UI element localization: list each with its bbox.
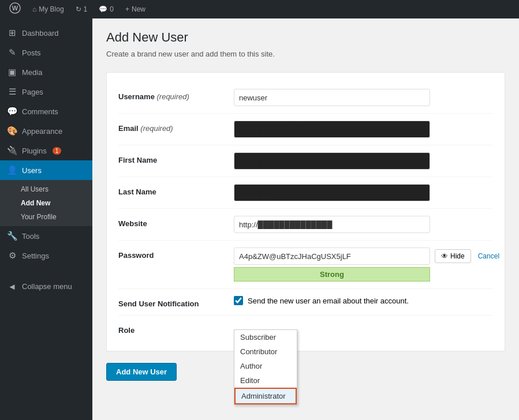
email-input[interactable] xyxy=(234,121,430,138)
role-option-author[interactable]: Author xyxy=(234,359,297,373)
sidebar-item-comments-label: Comments xyxy=(22,107,58,116)
plugins-icon: 🔌 xyxy=(7,145,17,156)
firstname-label: First Name xyxy=(118,152,234,164)
sidebar-item-settings[interactable]: ⚙ Settings xyxy=(0,246,92,265)
pages-icon: ☰ xyxy=(7,87,17,97)
comments-sidebar-icon: 💬 xyxy=(7,106,17,117)
page-title: Add New User xyxy=(106,30,505,45)
notification-row: Send User Notification Send the new user… xyxy=(118,289,493,316)
username-row: Username (required) xyxy=(118,82,493,114)
sidebar-item-users-label: Users xyxy=(22,166,42,175)
email-row: Email (required) xyxy=(118,114,493,145)
settings-icon: ⚙ xyxy=(7,250,17,261)
sidebar-item-posts[interactable]: ✎ Posts xyxy=(0,43,92,62)
lastname-row: Last Name xyxy=(118,177,493,209)
wp-logo[interactable]: W xyxy=(5,2,25,17)
username-label: Username (required) xyxy=(118,89,234,101)
sidebar-sub-add-new[interactable]: Add New xyxy=(0,196,92,210)
hide-password-button[interactable]: 👁 Hide xyxy=(435,249,471,263)
notification-label: Send User Notification xyxy=(118,296,234,308)
collapse-icon: ◄ xyxy=(7,282,17,291)
sidebar-item-tools[interactable]: 🔧 Tools xyxy=(0,226,92,246)
adminbar-comments[interactable]: 💬 0 xyxy=(94,0,118,18)
home-icon: ⌂ xyxy=(32,5,36,13)
adminbar-new-label: New xyxy=(132,5,145,13)
users-submenu: All Users Add New Your Profile xyxy=(0,180,92,226)
notification-checkbox[interactable] xyxy=(234,296,243,305)
appearance-icon: 🎨 xyxy=(7,126,17,136)
comments-icon: 💬 xyxy=(99,5,107,13)
add-new-user-button[interactable]: Add New User xyxy=(106,363,177,381)
plugins-badge: 1 xyxy=(53,147,62,155)
role-dropdown: Subscriber Contributor Author Editor Adm… xyxy=(234,329,297,405)
notification-field-wrapper: Send the new user an email about their a… xyxy=(234,296,493,305)
tools-icon: 🔧 xyxy=(7,231,17,241)
password-row: Password 👁 Hide Cancel Strong xyxy=(118,241,493,289)
sidebar-item-pages-label: Pages xyxy=(22,88,43,96)
sidebar-item-dashboard[interactable]: ⊞ Dashboard xyxy=(0,23,92,43)
sidebar-sub-all-users[interactable]: All Users xyxy=(0,182,92,196)
adminbar-new[interactable]: + New xyxy=(121,0,150,18)
role-label: Role xyxy=(118,322,234,335)
role-option-contributor[interactable]: Contributor xyxy=(234,344,297,359)
sidebar-item-plugins[interactable]: 🔌 Plugins 1 xyxy=(0,141,92,160)
sidebar-item-comments[interactable]: 💬 Comments xyxy=(0,102,92,121)
lastname-input[interactable] xyxy=(234,184,430,201)
cancel-password-button[interactable]: Cancel xyxy=(476,250,502,262)
sidebar-item-pages[interactable]: ☰ Pages xyxy=(0,82,92,102)
sidebar: ⊞ Dashboard ✎ Posts ▣ Media ☰ Pages 💬 Co… xyxy=(0,18,92,420)
updates-icon: ↻ xyxy=(76,5,81,13)
email-label: Email (required) xyxy=(118,121,234,133)
sidebar-item-media[interactable]: ▣ Media xyxy=(0,62,92,82)
password-strength-indicator: Strong xyxy=(234,267,430,282)
dashboard-icon: ⊞ xyxy=(7,28,17,38)
website-input[interactable] xyxy=(234,216,430,233)
sidebar-item-posts-label: Posts xyxy=(22,48,41,57)
sidebar-item-dashboard-label: Dashboard xyxy=(22,29,59,38)
firstname-input[interactable] xyxy=(234,152,430,170)
eye-icon: 👁 xyxy=(441,252,448,260)
sidebar-sub-your-profile[interactable]: Your Profile xyxy=(0,210,92,224)
adminbar-myblog-label: My Blog xyxy=(39,5,64,13)
admin-bar: W ⌂ My Blog ↻ 1 💬 0 + New xyxy=(0,0,519,18)
adminbar-myblog[interactable]: ⌂ My Blog xyxy=(28,0,69,18)
svg-text:W: W xyxy=(12,5,18,12)
lastname-field-wrapper xyxy=(234,184,493,201)
adminbar-updates-count: 1 xyxy=(84,5,88,13)
posts-icon: ✎ xyxy=(7,47,17,58)
role-option-editor[interactable]: Editor xyxy=(234,373,297,388)
website-label: Website xyxy=(118,216,234,228)
page-description: Create a brand new user and add them to … xyxy=(106,50,505,58)
adminbar-updates[interactable]: ↻ 1 xyxy=(71,0,92,18)
role-row: Role Subscriber Contributor Author Edito… xyxy=(118,316,493,342)
sidebar-item-users[interactable]: 👤 Users xyxy=(0,160,92,180)
new-icon: + xyxy=(125,5,129,13)
sidebar-item-media-label: Media xyxy=(22,68,42,77)
sidebar-item-collapse[interactable]: ◄ Collapse menu xyxy=(0,277,92,296)
sidebar-item-plugins-label: Plugins xyxy=(22,147,47,155)
username-input[interactable] xyxy=(234,89,430,106)
notification-text: Send the new user an email about their a… xyxy=(248,297,409,305)
add-user-form: Username (required) Email (required) xyxy=(106,72,505,351)
website-field-wrapper xyxy=(234,216,493,233)
role-option-subscriber[interactable]: Subscriber xyxy=(234,330,297,344)
sidebar-item-appearance[interactable]: 🎨 Appearance xyxy=(0,121,92,141)
adminbar-comments-count: 0 xyxy=(110,5,114,13)
password-field-wrapper: 👁 Hide Cancel Strong xyxy=(234,247,502,282)
password-input[interactable] xyxy=(234,247,430,265)
role-option-administrator[interactable]: Administrator xyxy=(234,388,297,404)
sidebar-item-appearance-label: Appearance xyxy=(22,127,62,136)
users-icon: 👤 xyxy=(7,165,17,175)
sidebar-item-tools-label: Tools xyxy=(22,232,39,241)
main-content: Add New User Create a brand new user and… xyxy=(92,18,519,420)
firstname-row: First Name xyxy=(118,145,493,177)
media-icon: ▣ xyxy=(7,67,17,77)
username-field xyxy=(234,89,493,106)
firstname-field-wrapper xyxy=(234,152,493,170)
website-row: Website xyxy=(118,209,493,241)
password-label: Password xyxy=(118,247,234,260)
sidebar-item-collapse-label: Collapse menu xyxy=(22,282,72,291)
lastname-label: Last Name xyxy=(118,184,234,196)
role-field-wrapper: Subscriber Contributor Author Editor Adm… xyxy=(234,322,493,331)
hide-label: Hide xyxy=(450,252,465,260)
